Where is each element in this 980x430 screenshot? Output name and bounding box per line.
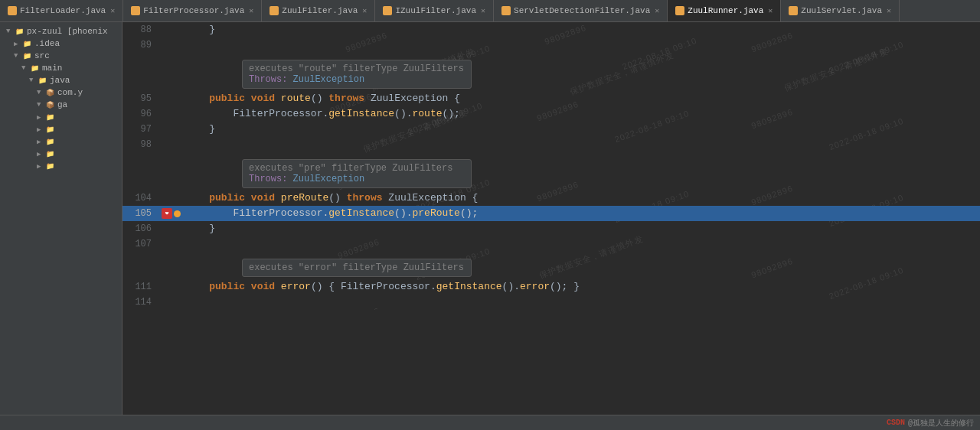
arrow-icon: ▶ (37, 138, 44, 146)
package-icon: 📦 (44, 100, 55, 109)
arrow-icon: ▶ (37, 125, 44, 134)
arrow-icon: ▶ (37, 150, 44, 158)
project-icon: 📁 (14, 27, 24, 36)
tab-bar: FilterLoader.java ✕ FilterProcessor.java… (0, 0, 980, 22)
javadoc-block-1: executes "route" filterType ZuulFilters … (122, 53, 980, 91)
sidebar-item-com[interactable]: ▼ 📦 com.y (0, 86, 122, 99)
code-line: 89 (122, 37, 980, 53)
arrow-icon: ▼ (29, 77, 37, 84)
code-line: 96 FilterProcessor.getInstance().route()… (122, 106, 980, 122)
sidebar-item-sub1[interactable]: ▶ 📁 (0, 111, 122, 123)
arrow-icon: ▼ (6, 28, 14, 35)
folder-icon: 📁 (44, 137, 55, 146)
folder-icon: 📁 (37, 76, 47, 85)
javadoc-comment: executes "error" filterType ZuulFilters (242, 259, 472, 277)
sidebar-item-sub5[interactable]: ▶ 📁 (0, 160, 122, 172)
folder-icon: 📁 (44, 149, 55, 158)
code-line: 107 (122, 236, 980, 252)
java-file-icon (383, 6, 392, 15)
code-lines: 88 } 89 executes "route" filterType Zuul… (122, 22, 980, 310)
line-gutter-105: ❤ (159, 206, 182, 221)
close-tab-icon[interactable]: ✕ (887, 6, 891, 15)
close-tab-icon[interactable]: ✕ (481, 6, 485, 15)
java-file-icon (501, 6, 511, 15)
java-file-icon (8, 6, 17, 15)
java-file-icon (131, 6, 140, 15)
java-file-icon (270, 6, 279, 15)
javadoc-block-3: executes "error" filterType ZuulFilters (122, 252, 980, 279)
tab-zuulrunner[interactable]: ZuulRunner.java ✕ (668, 0, 781, 21)
javadoc-comment: executes "pre" filterType ZuulFilters Th… (242, 159, 472, 188)
code-line: 106 } (122, 221, 980, 236)
arrow-icon: ▼ (21, 64, 29, 72)
folder-icon: 📁 (44, 112, 55, 122)
sidebar-item-sub4[interactable]: ▶ 📁 (0, 148, 122, 160)
code-line: 97 } (122, 122, 980, 137)
tab-filterloader[interactable]: FilterLoader.java ✕ (0, 0, 123, 21)
breakpoint-dot (174, 210, 181, 217)
close-tab-icon[interactable]: ✕ (655, 6, 659, 15)
javadoc-comment: executes "route" filterType ZuulFilters … (242, 60, 472, 89)
folder-icon: 📁 (21, 51, 32, 60)
arrow-icon: ▶ (37, 162, 44, 171)
code-editor[interactable]: 98092896 2022-08-18 09:10 保护数据安全，请谨慎外发 9… (122, 22, 980, 415)
code-line: 111 public void error() { FilterProcesso… (122, 279, 980, 295)
sidebar: ▼ 📁 px-zuul [phoenix ▶ 📁 .idea ▼ 📁 src ▼… (0, 22, 122, 415)
tab-filterprocessor[interactable]: FilterProcessor.java ✕ (123, 0, 262, 21)
folder-icon: 📁 (21, 39, 32, 48)
arrow-icon: ▼ (14, 52, 21, 60)
bookmark-icon: ❤ (162, 208, 172, 219)
main-area: ▼ 📁 px-zuul [phoenix ▶ 📁 .idea ▼ 📁 src ▼… (0, 22, 980, 415)
arrow-icon: ▼ (37, 89, 44, 96)
sidebar-item-idea[interactable]: ▶ 📁 .idea (0, 37, 122, 50)
sidebar-item-project[interactable]: ▼ 📁 px-zuul [phoenix (0, 25, 122, 37)
code-line: 88 } (122, 22, 980, 37)
arrow-icon: ▶ (37, 113, 44, 122)
code-line: 114 (122, 295, 980, 310)
java-file-icon (675, 6, 684, 15)
code-line: 104 public void preRoute() throws ZuulEx… (122, 191, 980, 206)
sidebar-item-src[interactable]: ▼ 📁 src (0, 50, 122, 62)
close-tab-icon[interactable]: ✕ (768, 6, 773, 15)
code-content: 98092896 2022-08-18 09:10 保护数据安全，请谨慎外发 9… (122, 22, 980, 310)
code-line-highlighted: 105 ❤ FilterProcessor.getInstance().preR… (122, 206, 980, 221)
tab-zuulfilter[interactable]: ZuulFilter.java ✕ (262, 0, 375, 21)
bottom-bar: CSDN @孤独是人生的修行 (0, 415, 980, 430)
javadoc-block-2: executes "pre" filterType ZuulFilters Th… (122, 152, 980, 191)
sidebar-item-sub2[interactable]: ▶ 📁 (0, 123, 122, 135)
sidebar-item-sub3[interactable]: ▶ 📁 (0, 135, 122, 148)
code-line: 98 (122, 137, 980, 152)
tab-servletdetectionfilter[interactable]: ServletDetectionFilter.java ✕ (494, 0, 668, 21)
close-tab-icon[interactable]: ✕ (249, 6, 253, 15)
close-tab-icon[interactable]: ✕ (362, 6, 367, 15)
code-line: 95 public void route() throws ZuulExcept… (122, 91, 980, 106)
sidebar-item-java[interactable]: ▼ 📁 java (0, 74, 122, 86)
arrow-icon: ▶ (14, 40, 21, 48)
close-tab-icon[interactable]: ✕ (110, 6, 115, 15)
tab-zuulservlet[interactable]: ZuulServlet.java ✕ (781, 0, 900, 21)
folder-icon: 📁 (44, 125, 55, 134)
tab-izuulfilter[interactable]: IZuulFilter.java ✕ (375, 0, 494, 21)
arrow-icon: ▼ (37, 101, 44, 109)
sidebar-item-ga[interactable]: ▼ 📦 ga (0, 99, 122, 111)
folder-icon: 📁 (29, 64, 40, 73)
java-file-icon (789, 6, 798, 15)
sidebar-item-main[interactable]: ▼ 📁 main (0, 62, 122, 74)
folder-icon: 📁 (44, 161, 55, 171)
package-icon: 📦 (44, 88, 55, 97)
